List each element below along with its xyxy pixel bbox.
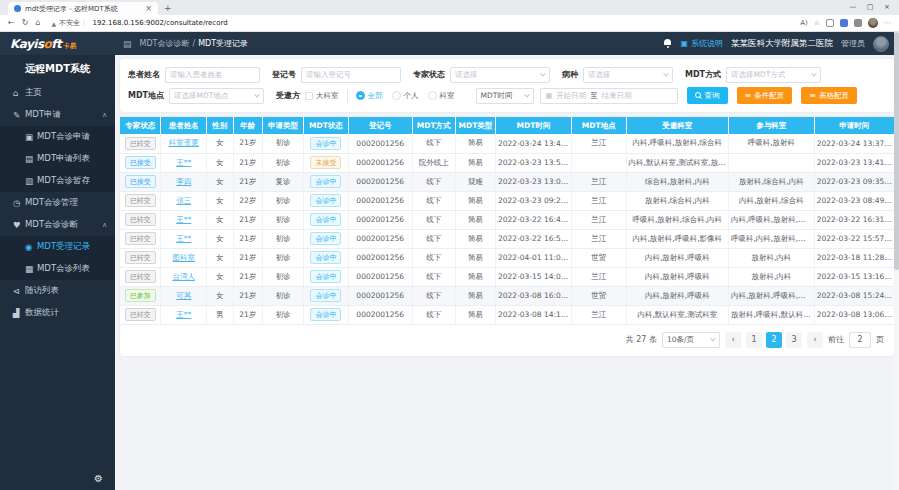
cell-gender: 女 bbox=[206, 210, 233, 229]
window-minimize-button[interactable]: — bbox=[845, 0, 861, 14]
back-icon[interactable]: ← bbox=[8, 19, 15, 27]
url-text[interactable]: 192.168.0.156:9002/consultate/record bbox=[92, 19, 227, 27]
read-aloud-icon[interactable]: A) bbox=[800, 20, 808, 27]
cell-invited-depts: 呼吸科,放射科,综合科,内科 bbox=[626, 210, 728, 229]
patient-name-link[interactable]: 王** bbox=[176, 158, 191, 167]
mdt-mode-select[interactable]: 请选择MDT方式 bbox=[726, 67, 821, 83]
jump-page-input[interactable] bbox=[849, 332, 871, 348]
cell-invited-depts: 放射科,综合科,内科 bbox=[626, 191, 728, 210]
condition-config-button[interactable]: ≡ 条件配置 bbox=[737, 87, 793, 104]
collapse-menu-icon[interactable]: ▤ bbox=[123, 39, 132, 49]
expert-status-select[interactable]: 请选择 bbox=[450, 67, 550, 83]
favorite-star-icon[interactable]: ☆ bbox=[814, 20, 820, 27]
time-field-select[interactable]: MDT时间 bbox=[476, 88, 534, 104]
window-close-button[interactable]: × bbox=[879, 0, 895, 14]
sidebar-item-home[interactable]: ⌂主页 bbox=[0, 82, 115, 104]
sidebar-item-mdt-consult-manage[interactable]: ◷MDT会诊管理 bbox=[0, 192, 115, 214]
cell-mdt-place: 兰江 bbox=[571, 210, 626, 229]
scrollbar-thumb[interactable] bbox=[894, 32, 899, 270]
patient-name-link[interactable]: 王** bbox=[176, 234, 191, 243]
browser-profile-avatar[interactable] bbox=[868, 18, 878, 28]
cell-invited-depts: 内科,放射科,呼吸科 bbox=[626, 286, 728, 305]
mdt-status-tag: 会诊中 bbox=[310, 232, 341, 245]
extension-icon-1[interactable] bbox=[826, 19, 834, 27]
table-row: 已接受王**女21岁初诊未接受0002001256院外线上简易2022-03-2… bbox=[120, 153, 894, 172]
column-header: 年龄 bbox=[233, 117, 263, 134]
card-icon: ▣ bbox=[25, 132, 37, 142]
patient-name-link[interactable]: 科室变更 bbox=[169, 138, 199, 147]
patient-name-input[interactable] bbox=[165, 67, 260, 83]
table-row: 已转交张三女22岁初诊会诊中0002001256线下简易2022-03-23 0… bbox=[120, 191, 894, 210]
patient-name-link[interactable]: 可其 bbox=[176, 291, 191, 300]
page-button-2[interactable]: 2 bbox=[766, 332, 782, 348]
sidebar-item-label: MDT会诊管理 bbox=[25, 197, 78, 209]
cell-name: 台湾人 bbox=[161, 267, 207, 286]
home-icon[interactable]: ⌂ bbox=[35, 19, 40, 27]
search-button[interactable]: 查询 bbox=[687, 87, 728, 104]
cell-expert-status: 已参加 bbox=[120, 286, 161, 305]
cell-mdt-place bbox=[571, 153, 626, 172]
browser-tab[interactable]: mdt受理记录 - 远程MDT系统 × bbox=[8, 2, 158, 15]
site-security[interactable]: ▲ 不安全 | bbox=[51, 18, 85, 28]
system-help-link[interactable]: ▣ 系统说明 bbox=[680, 38, 723, 49]
extension-icon-2[interactable] bbox=[840, 19, 848, 27]
more-menu-icon[interactable]: ⋯ bbox=[884, 20, 891, 27]
patient-name-link[interactable]: 王** bbox=[176, 215, 191, 224]
sidebar-item-mdt-consult-apply[interactable]: ▣MDT会诊申请 bbox=[0, 126, 115, 148]
invitee-radio-personal[interactable]: 个人 bbox=[392, 91, 419, 101]
cell-mdt-place: 世贸 bbox=[571, 286, 626, 305]
cell-mdt-status: 会诊中 bbox=[304, 286, 349, 305]
date-range-picker[interactable]: ▦ 开始日期 至 结束日期 bbox=[540, 88, 678, 104]
sidebar-item-mdt-apply-list[interactable]: ▤MDT申请列表 bbox=[0, 148, 115, 170]
disease-label: 病种 bbox=[562, 69, 578, 80]
patient-name-link[interactable]: 图科室 bbox=[172, 253, 195, 262]
reg-no-filter: 登记号 bbox=[272, 67, 401, 83]
table-row: 已转交王**男21岁初诊会诊中0002001256线下简易2022-03-08 … bbox=[120, 305, 894, 324]
page-scrollbar[interactable] bbox=[894, 32, 899, 490]
page-size-select[interactable]: 10条/页 bbox=[662, 332, 720, 348]
sidebar-item-mdt-consult-diagnose[interactable]: ♥MDT会诊诊断∧ bbox=[0, 214, 115, 236]
favicon-icon bbox=[14, 5, 21, 12]
patient-name-link[interactable]: 李四 bbox=[176, 177, 191, 186]
cell-joined-depts: 内科,呼吸科,放射科,综合科 bbox=[728, 210, 814, 229]
sidebar-item-mdt-consult-draft[interactable]: ▥MDT会诊暂存 bbox=[0, 170, 115, 192]
sidebar-item-mdt-consult-list[interactable]: ▦MDT会诊列表 bbox=[0, 258, 115, 280]
sidebar-item-mdt-apply[interactable]: ✎MDT申请∧ bbox=[0, 104, 115, 126]
cell-invited-depts: 内科,放射科,呼吸科 bbox=[626, 248, 728, 267]
reload-icon[interactable]: ↻ bbox=[22, 19, 29, 27]
tab-close-icon[interactable]: × bbox=[145, 5, 152, 13]
bell-icon[interactable] bbox=[663, 39, 672, 48]
chevron-down-icon bbox=[811, 70, 817, 76]
major-dept-checkbox[interactable] bbox=[305, 92, 313, 100]
cell-mdt-mode: 线下 bbox=[412, 134, 455, 153]
next-page-button[interactable]: › bbox=[807, 332, 823, 348]
patient-name-link[interactable]: 台湾人 bbox=[172, 272, 195, 281]
sidebar-item-followup-list[interactable]: ⊲随访列表 bbox=[0, 280, 115, 302]
address-bar: ← ↻ ⌂ ▲ 不安全 | 192.168.0.156:9002/consult… bbox=[0, 15, 899, 32]
sidebar-item-mdt-record[interactable]: ◉MDT受理记录 bbox=[0, 236, 115, 258]
window-maximize-button[interactable]: ▢ bbox=[862, 0, 878, 14]
table-config-button[interactable]: ≡ 表格配置 bbox=[801, 87, 857, 104]
disease-select[interactable]: 请选择 bbox=[583, 67, 673, 83]
cell-reg-no: 0002001256 bbox=[348, 229, 412, 248]
cell-invited-depts: 内科,呼吸科,放射科,综合科 bbox=[626, 134, 728, 153]
tab-strip: mdt受理记录 - 远程MDT系统 × + — ▢ × bbox=[0, 0, 899, 15]
invitee-radio-all[interactable]: 全部 bbox=[356, 91, 383, 101]
patient-name-link[interactable]: 王** bbox=[176, 310, 191, 319]
prev-page-button[interactable]: ‹ bbox=[725, 332, 741, 348]
reg-no-input[interactable] bbox=[301, 67, 401, 83]
cell-name: 可其 bbox=[161, 286, 207, 305]
cell-apply-time: 2022-03-23 09:35:39 bbox=[814, 172, 894, 191]
page-button-1[interactable]: 1 bbox=[746, 332, 762, 348]
sidebar-item-statistics[interactable]: ▟数据统计 bbox=[0, 302, 115, 324]
extension-icon-3[interactable] bbox=[854, 19, 862, 27]
chevron-down-icon bbox=[663, 70, 669, 76]
cell-joined-depts bbox=[728, 153, 814, 172]
new-tab-button[interactable]: + bbox=[164, 2, 172, 15]
user-avatar[interactable] bbox=[873, 36, 889, 52]
settings-gear-icon[interactable]: ⚙ bbox=[94, 473, 103, 484]
invitee-radio-dept[interactable]: 科室 bbox=[428, 91, 455, 101]
page-button-3[interactable]: 3 bbox=[786, 332, 802, 348]
patient-name-link[interactable]: 张三 bbox=[176, 196, 191, 205]
mdt-place-select[interactable]: 请选择MDT地点 bbox=[169, 88, 264, 104]
